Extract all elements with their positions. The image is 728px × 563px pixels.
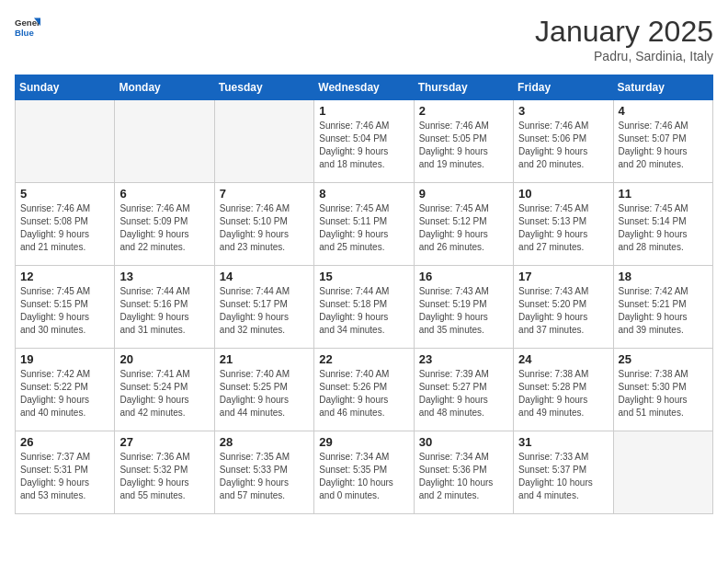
- day-number: 27: [119, 435, 209, 449]
- day-info: Sunrise: 7:46 AM Sunset: 5:05 PM Dayligh…: [419, 120, 508, 171]
- logo-icon: General Blue: [15, 15, 40, 40]
- weekday-header-thursday: Thursday: [414, 75, 513, 100]
- day-number: 14: [220, 270, 309, 283]
- day-number: 7: [220, 187, 309, 201]
- day-number: 23: [419, 352, 508, 366]
- day-info: Sunrise: 7:44 AM Sunset: 5:18 PM Dayligh…: [319, 285, 408, 337]
- calendar-cell: 17Sunrise: 7:43 AM Sunset: 5:20 PM Dayli…: [514, 266, 613, 349]
- day-info: Sunrise: 7:39 AM Sunset: 5:27 PM Dayligh…: [419, 368, 508, 419]
- day-number: 26: [20, 435, 109, 449]
- day-info: Sunrise: 7:46 AM Sunset: 5:07 PM Dayligh…: [619, 120, 708, 171]
- day-number: 25: [619, 352, 708, 366]
- calendar-cell: 7Sunrise: 7:46 AM Sunset: 5:10 PM Daylig…: [214, 183, 313, 266]
- week-row-1: 1Sunrise: 7:46 AM Sunset: 5:04 PM Daylig…: [16, 100, 713, 183]
- calendar-cell: 23Sunrise: 7:39 AM Sunset: 5:27 PM Dayli…: [414, 349, 513, 431]
- day-number: 19: [20, 352, 109, 366]
- day-info: Sunrise: 7:44 AM Sunset: 5:17 PM Dayligh…: [220, 285, 309, 337]
- calendar-cell: 18Sunrise: 7:42 AM Sunset: 5:21 PM Dayli…: [613, 266, 712, 349]
- day-number: 28: [220, 435, 309, 449]
- calendar-cell: 11Sunrise: 7:45 AM Sunset: 5:14 PM Dayli…: [613, 183, 712, 266]
- day-info: Sunrise: 7:43 AM Sunset: 5:19 PM Dayligh…: [419, 285, 508, 337]
- day-info: Sunrise: 7:45 AM Sunset: 5:15 PM Dayligh…: [20, 285, 109, 337]
- day-number: 1: [319, 104, 408, 118]
- day-number: 9: [419, 187, 508, 201]
- calendar-cell: 12Sunrise: 7:45 AM Sunset: 5:15 PM Dayli…: [16, 266, 115, 349]
- calendar-cell: 19Sunrise: 7:42 AM Sunset: 5:22 PM Dayli…: [16, 349, 115, 431]
- calendar-cell: 10Sunrise: 7:45 AM Sunset: 5:13 PM Dayli…: [514, 183, 613, 266]
- calendar-cell: 5Sunrise: 7:46 AM Sunset: 5:08 PM Daylig…: [16, 183, 115, 266]
- day-info: Sunrise: 7:46 AM Sunset: 5:10 PM Dayligh…: [220, 202, 309, 254]
- calendar-cell: 31Sunrise: 7:33 AM Sunset: 5:37 PM Dayli…: [514, 431, 613, 514]
- day-info: Sunrise: 7:46 AM Sunset: 5:09 PM Dayligh…: [119, 202, 209, 254]
- calendar-cell: [115, 100, 214, 183]
- calendar-cell: 22Sunrise: 7:40 AM Sunset: 5:26 PM Dayli…: [314, 349, 414, 431]
- day-info: Sunrise: 7:44 AM Sunset: 5:16 PM Dayligh…: [119, 285, 209, 337]
- day-info: Sunrise: 7:46 AM Sunset: 5:08 PM Dayligh…: [20, 202, 109, 254]
- day-number: 13: [119, 270, 209, 283]
- calendar-cell: 25Sunrise: 7:38 AM Sunset: 5:30 PM Dayli…: [613, 349, 712, 431]
- calendar-cell: 16Sunrise: 7:43 AM Sunset: 5:19 PM Dayli…: [414, 266, 513, 349]
- day-number: 12: [20, 270, 109, 283]
- day-number: 8: [319, 187, 408, 201]
- calendar-cell: 2Sunrise: 7:46 AM Sunset: 5:05 PM Daylig…: [414, 100, 513, 183]
- month-title: January 2025: [535, 15, 713, 49]
- calendar-cell: 24Sunrise: 7:38 AM Sunset: 5:28 PM Dayli…: [514, 349, 613, 431]
- day-info: Sunrise: 7:37 AM Sunset: 5:31 PM Dayligh…: [20, 451, 109, 502]
- weekday-header-saturday: Saturday: [613, 75, 712, 100]
- day-info: Sunrise: 7:41 AM Sunset: 5:24 PM Dayligh…: [119, 368, 209, 419]
- calendar-table: SundayMondayTuesdayWednesdayThursdayFrid…: [15, 75, 713, 514]
- day-info: Sunrise: 7:36 AM Sunset: 5:32 PM Dayligh…: [119, 451, 209, 502]
- calendar-cell: [214, 100, 313, 183]
- week-row-4: 19Sunrise: 7:42 AM Sunset: 5:22 PM Dayli…: [16, 349, 713, 431]
- calendar-cell: [16, 100, 115, 183]
- day-info: Sunrise: 7:46 AM Sunset: 5:04 PM Dayligh…: [319, 120, 408, 171]
- calendar-cell: 28Sunrise: 7:35 AM Sunset: 5:33 PM Dayli…: [214, 431, 313, 514]
- weekday-header-sunday: Sunday: [16, 75, 115, 100]
- day-info: Sunrise: 7:42 AM Sunset: 5:21 PM Dayligh…: [619, 285, 708, 337]
- day-number: 6: [119, 187, 209, 201]
- calendar-cell: [613, 431, 712, 514]
- calendar-cell: 8Sunrise: 7:45 AM Sunset: 5:11 PM Daylig…: [314, 183, 414, 266]
- weekday-header-tuesday: Tuesday: [214, 75, 313, 100]
- day-info: Sunrise: 7:35 AM Sunset: 5:33 PM Dayligh…: [220, 451, 309, 502]
- weekday-header-monday: Monday: [115, 75, 214, 100]
- calendar-cell: 13Sunrise: 7:44 AM Sunset: 5:16 PM Dayli…: [115, 266, 214, 349]
- day-number: 3: [518, 104, 608, 118]
- day-number: 29: [319, 435, 408, 449]
- svg-text:Blue: Blue: [15, 28, 34, 38]
- day-number: 4: [619, 104, 708, 118]
- calendar-cell: 15Sunrise: 7:44 AM Sunset: 5:18 PM Dayli…: [314, 266, 414, 349]
- day-info: Sunrise: 7:43 AM Sunset: 5:20 PM Dayligh…: [518, 285, 608, 337]
- day-info: Sunrise: 7:45 AM Sunset: 5:13 PM Dayligh…: [518, 202, 608, 254]
- day-number: 11: [619, 187, 708, 201]
- day-number: 16: [419, 270, 508, 283]
- week-row-5: 26Sunrise: 7:37 AM Sunset: 5:31 PM Dayli…: [16, 431, 713, 514]
- day-info: Sunrise: 7:38 AM Sunset: 5:30 PM Dayligh…: [619, 368, 708, 419]
- weekday-header-wednesday: Wednesday: [314, 75, 414, 100]
- day-number: 24: [518, 352, 608, 366]
- calendar-cell: 9Sunrise: 7:45 AM Sunset: 5:12 PM Daylig…: [414, 183, 513, 266]
- day-number: 17: [518, 270, 608, 283]
- day-number: 2: [419, 104, 508, 118]
- weekday-header-row: SundayMondayTuesdayWednesdayThursdayFrid…: [16, 75, 713, 100]
- calendar-cell: 3Sunrise: 7:46 AM Sunset: 5:06 PM Daylig…: [514, 100, 613, 183]
- logo: General Blue: [15, 15, 40, 40]
- day-info: Sunrise: 7:34 AM Sunset: 5:36 PM Dayligh…: [419, 451, 508, 502]
- calendar-cell: 14Sunrise: 7:44 AM Sunset: 5:17 PM Dayli…: [214, 266, 313, 349]
- day-number: 5: [20, 187, 109, 201]
- header: General Blue January 2025 Padru, Sardini…: [15, 15, 713, 63]
- location-subtitle: Padru, Sardinia, Italy: [535, 49, 713, 63]
- day-info: Sunrise: 7:34 AM Sunset: 5:35 PM Dayligh…: [319, 451, 408, 502]
- calendar-cell: 29Sunrise: 7:34 AM Sunset: 5:35 PM Dayli…: [314, 431, 414, 514]
- calendar-cell: 27Sunrise: 7:36 AM Sunset: 5:32 PM Dayli…: [115, 431, 214, 514]
- day-number: 15: [319, 270, 408, 283]
- calendar-cell: 1Sunrise: 7:46 AM Sunset: 5:04 PM Daylig…: [314, 100, 414, 183]
- day-info: Sunrise: 7:45 AM Sunset: 5:11 PM Dayligh…: [319, 202, 408, 254]
- week-row-2: 5Sunrise: 7:46 AM Sunset: 5:08 PM Daylig…: [16, 183, 713, 266]
- day-info: Sunrise: 7:42 AM Sunset: 5:22 PM Dayligh…: [20, 368, 109, 419]
- day-number: 31: [518, 435, 608, 449]
- calendar-cell: 21Sunrise: 7:40 AM Sunset: 5:25 PM Dayli…: [214, 349, 313, 431]
- day-info: Sunrise: 7:45 AM Sunset: 5:14 PM Dayligh…: [619, 202, 708, 254]
- day-number: 20: [119, 352, 209, 366]
- title-area: January 2025 Padru, Sardinia, Italy: [535, 15, 713, 63]
